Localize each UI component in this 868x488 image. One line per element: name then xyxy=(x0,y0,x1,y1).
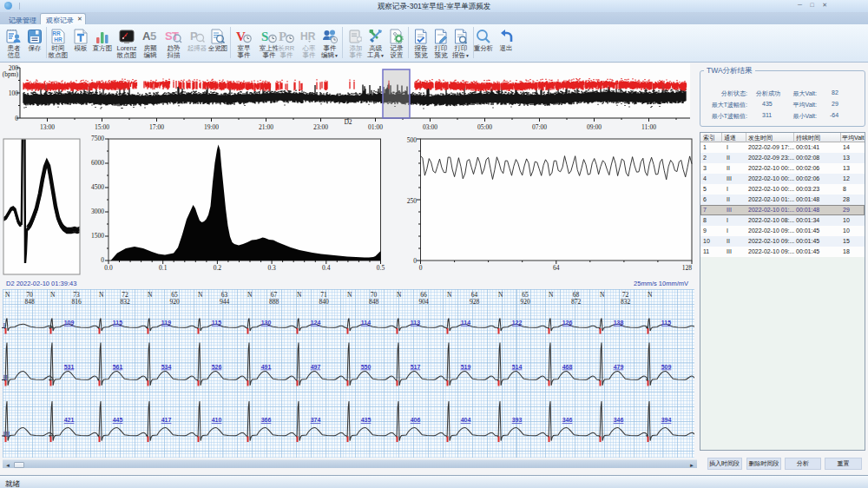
svg-text:N: N xyxy=(447,291,452,299)
svg-text:435: 435 xyxy=(361,417,372,423)
svg-text:130: 130 xyxy=(261,320,272,326)
svg-text:5: 5 xyxy=(150,30,156,43)
svg-text:N: N xyxy=(148,291,153,299)
svg-text:05:00: 05:00 xyxy=(477,123,492,131)
svg-text:11:00: 11:00 xyxy=(641,123,656,131)
svg-text:N: N xyxy=(5,291,10,299)
svg-text:124: 124 xyxy=(311,320,321,326)
svg-text:0.0: 0.0 xyxy=(104,264,113,272)
svg-text:888: 888 xyxy=(269,298,279,306)
svg-text:410: 410 xyxy=(212,417,222,423)
svg-text:848: 848 xyxy=(369,298,379,306)
svg-text:394: 394 xyxy=(661,417,672,423)
svg-text:0: 0 xyxy=(101,256,104,264)
svg-text:128: 128 xyxy=(682,264,693,272)
svg-text:D2: D2 xyxy=(344,118,352,126)
svg-text:0.1: 0.1 xyxy=(159,264,168,272)
svg-text:561: 561 xyxy=(113,364,123,370)
svg-text:366: 366 xyxy=(261,417,272,423)
svg-text:519: 519 xyxy=(461,364,471,370)
svg-text:07:00: 07:00 xyxy=(532,123,547,131)
svg-text:840: 840 xyxy=(319,298,329,306)
svg-text:115: 115 xyxy=(661,320,671,326)
svg-text:HR: HR xyxy=(54,36,62,43)
svg-text:497: 497 xyxy=(311,364,321,370)
svg-text:526: 526 xyxy=(212,364,222,370)
svg-text:421: 421 xyxy=(64,417,75,423)
svg-text:848: 848 xyxy=(24,298,35,306)
svg-text:928: 928 xyxy=(470,298,480,306)
svg-text:100: 100 xyxy=(9,89,19,97)
svg-text:N: N xyxy=(347,291,352,299)
svg-text:0.4: 0.4 xyxy=(322,264,331,272)
svg-text:01:00: 01:00 xyxy=(368,123,383,131)
svg-text:0.2: 0.2 xyxy=(214,264,222,272)
svg-text:816: 816 xyxy=(71,298,82,306)
svg-text:0: 0 xyxy=(15,115,18,122)
svg-text:872: 872 xyxy=(571,298,582,306)
svg-text:03:00: 03:00 xyxy=(423,123,437,131)
svg-text:904: 904 xyxy=(418,298,429,306)
svg-text:N: N xyxy=(549,291,554,299)
svg-text:531: 531 xyxy=(64,364,75,370)
svg-text:(bpm): (bpm) xyxy=(3,70,19,78)
svg-text:09:00: 09:00 xyxy=(587,123,602,131)
svg-text:119: 119 xyxy=(161,320,171,326)
svg-text:N: N xyxy=(247,291,253,299)
svg-text:832: 832 xyxy=(120,298,130,306)
svg-text:RR: RR xyxy=(52,30,61,36)
svg-text:19:00: 19:00 xyxy=(204,123,219,131)
svg-text:III: III xyxy=(3,431,10,439)
svg-text:491: 491 xyxy=(261,364,272,370)
svg-text:N: N xyxy=(99,291,104,299)
svg-text:13:00: 13:00 xyxy=(40,123,55,131)
svg-text:N: N xyxy=(297,291,302,299)
svg-text:479: 479 xyxy=(614,364,624,370)
svg-text:0.5: 0.5 xyxy=(377,264,385,272)
svg-text:944: 944 xyxy=(220,298,230,306)
svg-text:920: 920 xyxy=(169,298,180,306)
svg-text:138: 138 xyxy=(614,320,624,326)
svg-text:P: P xyxy=(279,30,286,43)
svg-text:417: 417 xyxy=(161,417,172,423)
svg-text:406: 406 xyxy=(411,417,421,423)
svg-text:0: 0 xyxy=(413,257,417,265)
svg-text:21:00: 21:00 xyxy=(259,123,273,131)
svg-text:114: 114 xyxy=(461,320,470,326)
svg-text:393: 393 xyxy=(512,417,523,423)
svg-text:115: 115 xyxy=(212,320,221,326)
svg-text:500: 500 xyxy=(407,136,418,144)
svg-text:514: 514 xyxy=(512,364,523,370)
svg-text:534: 534 xyxy=(161,364,172,370)
svg-text:113: 113 xyxy=(411,320,420,326)
svg-text:126: 126 xyxy=(562,320,573,326)
svg-text:N: N xyxy=(498,291,503,299)
svg-text:404: 404 xyxy=(461,417,471,423)
svg-text:17:00: 17:00 xyxy=(149,123,164,131)
svg-text:346: 346 xyxy=(562,417,573,423)
svg-text:N: N xyxy=(600,291,605,299)
svg-text:6000: 6000 xyxy=(91,159,104,167)
svg-text:509: 509 xyxy=(661,364,672,370)
svg-text:115: 115 xyxy=(113,320,122,326)
svg-text:3000: 3000 xyxy=(91,208,104,215)
svg-text:N: N xyxy=(648,291,653,299)
svg-text:N: N xyxy=(198,291,203,299)
svg-text:N: N xyxy=(50,291,56,299)
svg-text:N: N xyxy=(397,291,402,299)
svg-text:109: 109 xyxy=(64,320,75,326)
svg-text:374: 374 xyxy=(311,417,321,423)
svg-text:15:00: 15:00 xyxy=(95,123,109,131)
svg-text:4500: 4500 xyxy=(91,183,104,191)
svg-text:832: 832 xyxy=(621,298,631,306)
svg-text:7500: 7500 xyxy=(91,135,104,142)
svg-text:64: 64 xyxy=(553,264,560,272)
svg-text:1500: 1500 xyxy=(91,232,104,240)
svg-text:550: 550 xyxy=(361,364,372,370)
svg-text:0: 0 xyxy=(419,264,423,272)
svg-text:23:00: 23:00 xyxy=(313,123,328,131)
svg-text:517: 517 xyxy=(411,364,421,370)
svg-text:114: 114 xyxy=(361,320,371,326)
svg-text:S: S xyxy=(261,30,268,43)
svg-text:920: 920 xyxy=(520,298,530,306)
